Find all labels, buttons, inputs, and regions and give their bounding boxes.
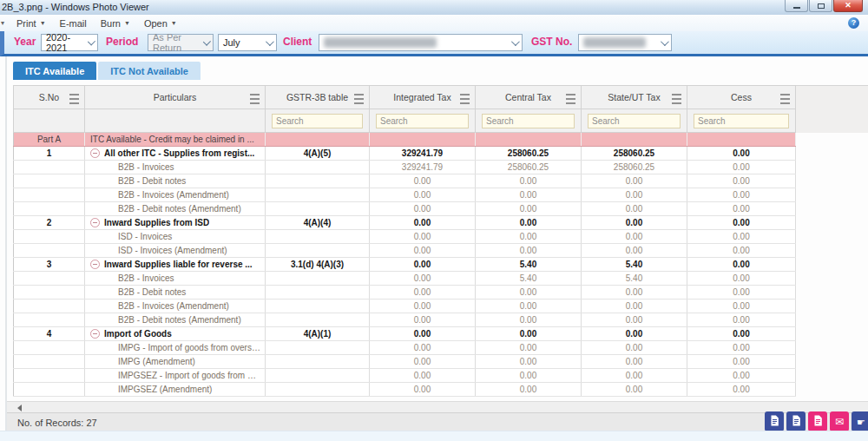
particulars-cell: Inward Supplies from ISD: [85, 216, 266, 230]
period-select[interactable]: As Per Return: [148, 34, 214, 51]
chevron-down-icon: [266, 37, 274, 46]
child-row[interactable]: IMPG - Import of goods from overseas0.00…: [14, 341, 796, 355]
gst-no-select[interactable]: [578, 34, 672, 51]
search-input-integrated-tax[interactable]: [376, 114, 469, 128]
column-menu-icon[interactable]: [460, 94, 470, 104]
column-menu-icon[interactable]: [354, 94, 364, 104]
search-cell-central-tax[interactable]: [476, 109, 582, 133]
close-button[interactable]: ✕: [833, 0, 863, 12]
collapse-icon[interactable]: [90, 218, 100, 227]
integrated-tax-cell: 0.00: [370, 313, 476, 327]
client-select[interactable]: [319, 34, 523, 51]
child-row[interactable]: IMPGSEZ - Import of goods from SEZ0.000.…: [14, 369, 796, 383]
column-header-s-no[interactable]: S.No: [14, 86, 85, 109]
column-header-central-tax[interactable]: Central Tax: [476, 86, 582, 109]
column-menu-icon[interactable]: [69, 94, 79, 104]
parent-row[interactable]: 1All other ITC - Supplies from regist...…: [14, 147, 796, 161]
column-menu-icon[interactable]: [250, 94, 260, 104]
integrated-tax-cell: 329241.79: [370, 161, 476, 174]
collapse-icon[interactable]: [90, 148, 100, 158]
particulars-cell: B2B - Debit notes: [85, 286, 266, 299]
child-row[interactable]: B2B - Invoices329241.79258060.25258060.2…: [14, 161, 796, 174]
month-select[interactable]: July: [218, 34, 277, 51]
column-menu-icon[interactable]: [672, 94, 681, 104]
integrated-tax-cell: 0.00: [370, 188, 476, 202]
maximize-button[interactable]: [809, 0, 832, 12]
parent-row[interactable]: 2Inward Supplies from ISD4(A)(4)0.000.00…: [14, 216, 796, 230]
child-row[interactable]: B2B - Debit notes0.000.000.000.00: [14, 286, 796, 299]
integrated-tax-cell: 0.00: [370, 272, 476, 286]
export-file-button[interactable]: [786, 411, 806, 431]
tab-itc-available[interactable]: ITC Available: [13, 62, 96, 80]
collapse-icon[interactable]: [90, 329, 100, 339]
column-header-state-ut-tax[interactable]: State/UT Tax: [582, 86, 687, 109]
column-header-integrated-tax[interactable]: Integrated Tax: [370, 86, 476, 109]
gst-no-label: GST No.: [531, 36, 572, 48]
central-tax-cell: 258060.25: [476, 161, 582, 174]
search-cell-gstr-3b-table[interactable]: [266, 109, 370, 133]
central-tax-cell: 5.40: [476, 258, 582, 272]
column-header-cess[interactable]: Cess: [687, 86, 796, 109]
particulars-label: Inward Supplies from ISD: [104, 218, 209, 227]
column-header-particulars[interactable]: Particulars: [85, 86, 266, 109]
column-menu-icon[interactable]: [566, 94, 575, 104]
particulars-cell: IMPGSEZ (Amendment): [85, 383, 266, 397]
collapse-icon[interactable]: [90, 260, 100, 269]
image-left-edge: [5, 56, 7, 431]
search-input-central-tax[interactable]: [482, 114, 575, 128]
particulars-cell: B2B - Debit notes (Amendment): [85, 202, 266, 216]
file-menu-fragment[interactable]: ▾: [0, 19, 10, 27]
help-icon[interactable]: ?: [848, 17, 859, 29]
scroll-left-icon[interactable]: [17, 405, 22, 411]
parent-row[interactable]: 4Import of Goods4(A)(1)0.000.000.000.00: [14, 327, 796, 341]
export-excel-button[interactable]: [765, 411, 784, 431]
window-bottom-edge: [0, 431, 868, 441]
child-row[interactable]: B2B - Debit notes0.000.000.000.00: [14, 174, 796, 188]
child-row[interactable]: ISD - Invoices0.000.000.000.00: [14, 230, 796, 244]
search-input-state-ut-tax[interactable]: [588, 114, 681, 128]
cess-cell: 0.00: [687, 299, 796, 313]
search-cell-cess[interactable]: [687, 109, 796, 133]
sno-cell: [14, 272, 85, 286]
child-row[interactable]: B2B - Invoices (Amendment)0.000.000.000.…: [14, 299, 796, 313]
menu-email[interactable]: E-mail: [53, 15, 94, 31]
parent-row[interactable]: 3Inward Supplies liable for reverse ...3…: [14, 258, 796, 272]
state-ut-tax-cell: 0.00: [582, 188, 687, 202]
central-tax-cell: 0.00: [476, 188, 582, 202]
sno-cell: [14, 313, 85, 327]
child-row[interactable]: B2B - Debit notes (Amendment)0.000.000.0…: [14, 202, 796, 216]
section-row[interactable]: Part AITC Available - Credit may be clai…: [14, 133, 796, 147]
pointer-action-button[interactable]: ☛: [852, 411, 868, 431]
search-cell-integrated-tax[interactable]: [370, 109, 476, 133]
menu-burn[interactable]: Burn▼: [94, 15, 137, 31]
tab-itc-not-available[interactable]: ITC Not Available: [98, 62, 201, 80]
redacted-client-value: [324, 37, 437, 48]
horizontal-scrollbar[interactable]: [7, 401, 868, 413]
column-header-gstr-3b-table[interactable]: GSTR-3B table: [266, 86, 370, 109]
search-input-cess[interactable]: [694, 114, 789, 128]
child-row[interactable]: B2B - Debit notes (Amendment)0.000.000.0…: [14, 313, 796, 327]
year-select[interactable]: 2020-2021: [41, 34, 98, 51]
minimize-button[interactable]: [785, 0, 808, 12]
email-button[interactable]: ✉: [830, 411, 849, 431]
sno-cell: [14, 244, 85, 258]
search-cell-state-ut-tax[interactable]: [582, 109, 687, 133]
state-ut-tax-cell: 0.00: [582, 202, 687, 216]
sno-cell: [14, 299, 85, 313]
export-pdf-button[interactable]: [808, 411, 827, 431]
central-tax-cell: 0.00: [476, 327, 582, 341]
child-row[interactable]: B2B - Invoices0.005.405.400.00: [14, 272, 796, 286]
menu-open[interactable]: Open▼: [137, 15, 184, 31]
menu-print[interactable]: Print▼: [10, 15, 53, 31]
child-row[interactable]: IMPG (Amendment)0.000.000.000.00: [14, 355, 796, 369]
child-row[interactable]: B2B - Invoices (Amendment)0.000.000.000.…: [14, 188, 796, 202]
cess-cell: 0.00: [687, 272, 796, 286]
cess-cell: 0.00: [687, 327, 796, 341]
search-input-gstr-3b-table[interactable]: [272, 114, 363, 128]
central-tax-cell: 0.00: [476, 202, 582, 216]
child-row[interactable]: IMPGSEZ (Amendment)0.000.000.000.00: [14, 383, 796, 397]
minimize-icon: [793, 7, 800, 9]
column-menu-icon[interactable]: [780, 94, 790, 104]
child-row[interactable]: ISD - Invoices (Amendment)0.000.000.000.…: [14, 244, 796, 258]
gstr3b-table-cell: [266, 341, 370, 355]
